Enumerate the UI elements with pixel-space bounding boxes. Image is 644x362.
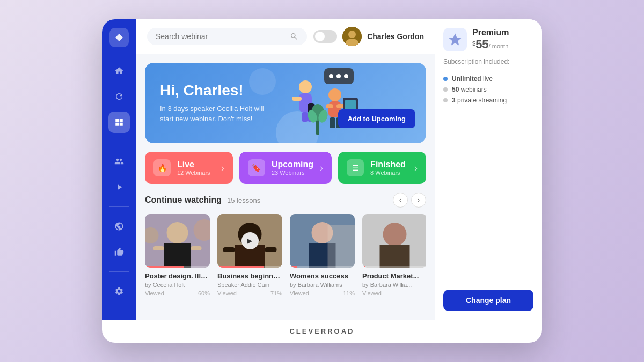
live-arrow: › bbox=[221, 162, 224, 174]
progress-label-2: Viewed bbox=[217, 290, 237, 297]
device-frame: Charles Gordon Hi, Charles! In 3 days sp… bbox=[102, 19, 542, 343]
feature-highlight-1: Unlimited bbox=[452, 75, 481, 83]
stats-row: 🔥 Live 12 Webinars › 🔖 Upcoming 23 Webin… bbox=[145, 152, 426, 184]
premium-info: Premium $55/ month bbox=[472, 28, 509, 51]
video-title-3: Womens success bbox=[290, 272, 355, 280]
feature-sublabel-2: webinars bbox=[461, 86, 487, 93]
brand-name: CLEVERROAD bbox=[289, 327, 354, 335]
change-plan-button[interactable]: Change plan bbox=[443, 290, 533, 311]
stat-card-live[interactable]: 🔥 Live 12 Webinars › bbox=[145, 152, 233, 184]
progress-label-4: Viewed bbox=[362, 290, 382, 297]
sidebar-item-like[interactable] bbox=[108, 241, 130, 263]
video-card-1[interactable]: Poster design. Illustrator by Cecelia Ho… bbox=[145, 214, 210, 297]
feature-text-3: 3 private streaming bbox=[452, 97, 507, 104]
right-panel: Premium $55/ month Subcscription include… bbox=[435, 19, 542, 320]
video-thumb-1 bbox=[145, 214, 210, 268]
feature-highlight-3: 3 bbox=[452, 97, 456, 104]
feature-item-1: Unlimited live bbox=[443, 75, 533, 83]
section-title: Continue watching bbox=[145, 195, 222, 205]
video-title-4: Product Market... bbox=[362, 272, 426, 280]
live-count: 12 Webinars bbox=[177, 169, 215, 176]
play-overlay-2[interactable]: ▶ bbox=[217, 214, 282, 268]
progress-label-1: Viewed bbox=[145, 290, 164, 297]
main-content: Charles Gordon Hi, Charles! In 3 days sp… bbox=[136, 19, 435, 320]
video-progress-2: Viewed 71% bbox=[217, 290, 282, 297]
price-period: / month bbox=[489, 43, 509, 49]
section-header: Continue watching 15 lessons ‹ › bbox=[145, 193, 426, 208]
progress-container-1 bbox=[145, 266, 210, 268]
video-title-1: Poster design. Illustrator bbox=[145, 272, 210, 280]
premium-title: Premium bbox=[472, 28, 509, 38]
subscription-features: Unlimited live 50 webinars 3 private str… bbox=[443, 75, 533, 104]
upcoming-info: Upcoming 23 Webinars bbox=[272, 160, 313, 176]
progress-pct-2: 71% bbox=[270, 290, 282, 297]
brand-footer: CLEVERROAD bbox=[102, 320, 542, 343]
feature-sublabel-1: live bbox=[483, 75, 493, 83]
theme-toggle[interactable] bbox=[313, 30, 337, 43]
progress-pct-3: 11% bbox=[343, 290, 355, 297]
sidebar-logo[interactable] bbox=[109, 28, 129, 47]
progress-fill-3 bbox=[290, 266, 297, 268]
subscription-label: Subcscription included: bbox=[443, 58, 533, 65]
video-card-4[interactable]: Product Market... by Barbara Willia... V… bbox=[362, 214, 426, 297]
sidebar-divider-2 bbox=[109, 206, 129, 207]
live-icon: 🔥 bbox=[153, 159, 171, 176]
video-card-2[interactable]: ▶ Business beginner tips Speaker Addie C… bbox=[217, 214, 282, 297]
upcoming-count: 23 Webinars bbox=[272, 169, 313, 176]
sidebar-item-home[interactable] bbox=[108, 60, 130, 82]
live-info: Live 12 Webinars bbox=[177, 160, 215, 176]
svg-rect-27 bbox=[164, 243, 191, 268]
finished-title: Finished bbox=[370, 160, 408, 169]
progress-container-3 bbox=[290, 266, 355, 268]
upcoming-icon: 🔖 bbox=[248, 159, 265, 176]
stat-card-finished[interactable]: ☰ Finished 8 Webinars › bbox=[338, 152, 426, 184]
price-amount: 55 bbox=[475, 38, 488, 51]
video-card-3[interactable]: Womens success by Barbara Williams Viewe… bbox=[290, 214, 355, 297]
svg-rect-28 bbox=[153, 246, 164, 250]
upcoming-title: Upcoming bbox=[272, 160, 313, 169]
video-progress-4: Viewed bbox=[362, 290, 426, 297]
section-nav: ‹ › bbox=[393, 193, 426, 208]
video-thumb-2: ▶ bbox=[217, 214, 282, 268]
sidebar bbox=[102, 19, 136, 320]
progress-container-4 bbox=[362, 266, 426, 268]
search-input[interactable] bbox=[156, 32, 286, 41]
user-name: Charles Gordon bbox=[367, 32, 424, 41]
progress-fill-2 bbox=[217, 266, 264, 268]
svg-rect-41 bbox=[328, 225, 355, 268]
hero-subtitle: In 3 days speaker Cecilia Holt will star… bbox=[160, 104, 278, 124]
app-container: Charles Gordon Hi, Charles! In 3 days sp… bbox=[102, 19, 542, 320]
video-author-2: Speaker Addie Cain bbox=[217, 282, 282, 288]
sidebar-item-globe[interactable] bbox=[108, 216, 130, 237]
video-author-3: by Barbara Williams bbox=[290, 282, 355, 288]
hero-greeting: Hi, Charles! bbox=[160, 82, 413, 99]
progress-fill-4 bbox=[362, 266, 365, 268]
sidebar-divider-1 bbox=[109, 142, 129, 142]
feature-dot-2 bbox=[443, 87, 448, 92]
finished-arrow: › bbox=[414, 162, 418, 174]
upcoming-arrow: › bbox=[320, 162, 323, 174]
sidebar-item-play[interactable] bbox=[108, 176, 130, 198]
feature-highlight-2: 50 bbox=[452, 86, 459, 93]
sidebar-divider-3 bbox=[109, 271, 129, 272]
nav-next-button[interactable]: › bbox=[411, 193, 426, 208]
progress-pct-1: 60% bbox=[198, 290, 210, 297]
video-progress-3: Viewed 11% bbox=[290, 290, 355, 297]
sidebar-item-refresh[interactable] bbox=[108, 86, 130, 107]
sidebar-item-settings[interactable] bbox=[108, 280, 130, 302]
stat-card-upcoming[interactable]: 🔖 Upcoming 23 Webinars › bbox=[239, 152, 332, 184]
header-right: Charles Gordon bbox=[313, 27, 424, 46]
progress-container-2 bbox=[217, 266, 282, 268]
finished-info: Finished 8 Webinars bbox=[370, 160, 408, 176]
play-button-2[interactable]: ▶ bbox=[241, 232, 259, 249]
video-thumb-3 bbox=[290, 214, 355, 268]
svg-point-5 bbox=[336, 74, 341, 78]
sidebar-item-grid[interactable] bbox=[108, 112, 130, 133]
svg-point-43 bbox=[383, 223, 407, 246]
search-box[interactable] bbox=[147, 28, 307, 45]
sidebar-item-users[interactable] bbox=[108, 151, 130, 172]
svg-point-6 bbox=[344, 74, 348, 78]
header: Charles Gordon bbox=[136, 19, 435, 54]
premium-header: Premium $55/ month bbox=[443, 28, 533, 51]
nav-prev-button[interactable]: ‹ bbox=[393, 193, 408, 208]
